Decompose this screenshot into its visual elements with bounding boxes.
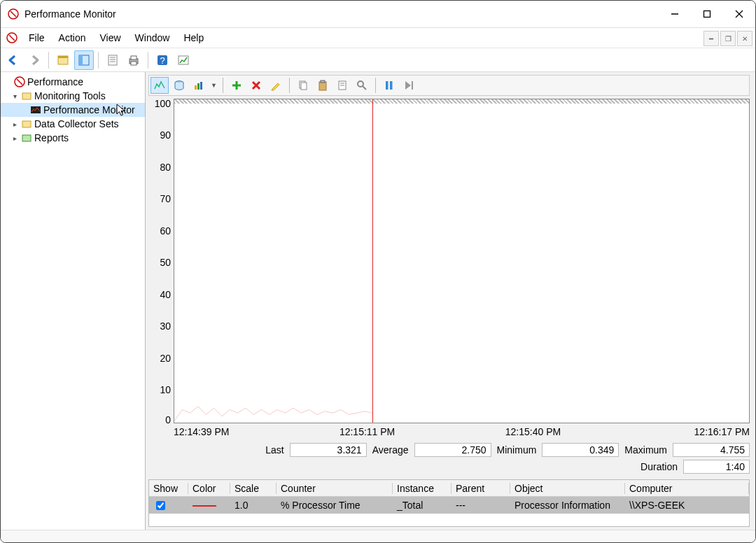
help-button[interactable]: ? — [153, 50, 172, 70]
title-bar: Performance Monitor — [1, 1, 755, 27]
status-bar — [1, 530, 755, 542]
svg-rect-45 — [386, 81, 388, 90]
svg-rect-39 — [321, 80, 325, 83]
svg-line-23 — [17, 79, 22, 85]
menu-action[interactable]: Action — [52, 29, 93, 46]
stats-row-2: Duration 1:40 — [174, 460, 750, 474]
update-data-button[interactable] — [400, 77, 418, 94]
tree-data-collector-sets[interactable]: ▸ Data Collector Sets — [1, 117, 145, 131]
col-color[interactable]: Color — [188, 483, 230, 494]
menu-help[interactable]: Help — [176, 29, 211, 46]
chart-toolbar: ▼ — [148, 75, 750, 96]
freeze-display-button[interactable] — [380, 77, 398, 94]
print-button[interactable] — [124, 50, 144, 70]
mdi-close-button[interactable]: ✕ — [737, 31, 752, 46]
svg-rect-21 — [178, 56, 188, 64]
view-current-activity-button[interactable] — [150, 77, 169, 94]
svg-rect-17 — [131, 56, 136, 59]
stat-last: 3.321 — [290, 443, 367, 457]
svg-rect-30 — [197, 83, 200, 90]
x-axis: 12:14:39 PM 12:15:11 PM 12:15:40 PM 12:1… — [174, 426, 750, 437]
copy-properties-button[interactable] — [294, 77, 312, 94]
cursor-icon — [116, 104, 127, 118]
svg-point-43 — [358, 81, 363, 87]
svg-rect-24 — [22, 93, 31, 99]
svg-rect-12 — [108, 55, 117, 65]
svg-rect-3 — [704, 11, 710, 17]
svg-rect-9 — [58, 56, 68, 58]
col-scale[interactable]: Scale — [230, 483, 276, 494]
app-icon — [8, 8, 19, 20]
svg-text:?: ? — [160, 55, 164, 66]
forward-button[interactable] — [24, 50, 44, 70]
svg-rect-11 — [79, 55, 83, 65]
menu-window[interactable]: Window — [128, 29, 177, 46]
show-hide-action-pane-button[interactable] — [74, 50, 94, 70]
col-object[interactable]: Object — [510, 483, 625, 494]
window-title: Performance Monitor — [24, 8, 116, 20]
stat-maximum: 4.755 — [673, 443, 750, 457]
view-log-data-button[interactable] — [174, 50, 193, 70]
show-hide-tree-button[interactable] — [53, 50, 73, 70]
col-instance[interactable]: Instance — [393, 483, 451, 494]
stat-duration: 1:40 — [683, 460, 750, 474]
close-button[interactable] — [723, 1, 755, 27]
col-parent[interactable]: Parent — [451, 483, 510, 494]
svg-marker-47 — [405, 81, 411, 90]
counter-table: Show Color Scale Counter Instance Parent… — [148, 479, 750, 527]
counter-color-swatch — [192, 505, 216, 507]
menu-bar: File Action View Window Help ━ ❐ ✕ — [1, 27, 755, 48]
svg-rect-18 — [131, 62, 136, 65]
delete-counter-button[interactable] — [247, 77, 265, 94]
counter-show-checkbox[interactable] — [156, 501, 165, 510]
svg-rect-48 — [412, 81, 413, 90]
chevron-right-icon[interactable]: ▸ — [10, 120, 19, 128]
svg-rect-38 — [319, 82, 326, 90]
svg-line-7 — [9, 35, 15, 41]
main-toolbar: ? — [1, 48, 755, 72]
zoom-button[interactable] — [353, 77, 371, 94]
menu-app-icon — [6, 32, 18, 43]
right-pane: ▼ 100 90 80 70 60 — [146, 72, 755, 530]
svg-rect-37 — [301, 83, 307, 90]
menu-view[interactable]: View — [92, 29, 127, 46]
col-show[interactable]: Show — [149, 483, 188, 494]
counter-row[interactable]: 1.0 % Processor Time _Total --- Processo… — [149, 497, 749, 514]
chart-properties-button[interactable] — [333, 77, 351, 94]
svg-rect-29 — [195, 85, 197, 90]
stat-average: 2.750 — [414, 443, 491, 457]
svg-rect-26 — [22, 121, 31, 127]
highlight-counter-button[interactable] — [267, 77, 285, 94]
svg-line-44 — [363, 86, 366, 90]
col-counter[interactable]: Counter — [276, 483, 393, 494]
svg-rect-27 — [22, 135, 31, 141]
mdi-minimize-button[interactable]: ━ — [704, 31, 719, 46]
tree-root[interactable]: Performance — [1, 75, 145, 89]
stats-row-1: Last 3.321 Average 2.750 Minimum 0.349 M… — [174, 443, 750, 457]
dropdown-arrow-icon[interactable]: ▼ — [209, 82, 218, 89]
svg-line-1 — [10, 11, 16, 17]
maximize-button[interactable] — [691, 1, 723, 27]
paste-counter-list-button[interactable] — [314, 77, 332, 94]
col-computer[interactable]: Computer — [625, 483, 749, 494]
chevron-right-icon[interactable]: ▸ — [10, 134, 19, 142]
tree-pane: Performance ▾ Monitoring Tools Performan… — [1, 72, 146, 530]
add-counter-button[interactable] — [227, 77, 246, 94]
stat-minimum: 0.349 — [542, 443, 619, 457]
chart-plot[interactable] — [174, 99, 750, 423]
tree-reports[interactable]: ▸ Reports — [1, 131, 145, 145]
view-log-file-button[interactable] — [170, 77, 188, 94]
back-button[interactable] — [4, 50, 23, 70]
svg-rect-46 — [390, 81, 393, 90]
mdi-restore-button[interactable]: ❐ — [720, 31, 736, 46]
y-axis: 100 90 80 70 60 50 40 30 20 10 0 — [148, 99, 174, 423]
menu-file[interactable]: File — [22, 29, 52, 46]
svg-rect-31 — [200, 82, 202, 90]
properties-button[interactable] — [103, 50, 122, 70]
tree-root-label: Performance — [27, 76, 83, 87]
tree-monitoring-tools[interactable]: ▾ Monitoring Tools — [1, 89, 145, 103]
change-graph-type-button[interactable] — [190, 77, 208, 94]
chevron-down-icon[interactable]: ▾ — [10, 92, 19, 100]
minimize-button[interactable] — [659, 1, 691, 27]
